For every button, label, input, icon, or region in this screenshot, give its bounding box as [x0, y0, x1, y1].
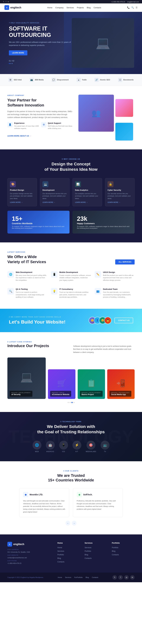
pdot-2[interactable] — [70, 402, 71, 403]
analytics-learn-link[interactable]: LEARN MORE → — [75, 202, 100, 203]
pdot-1[interactable] — [68, 402, 69, 403]
footer-bottom-contacts[interactable]: Contacts — [92, 576, 98, 578]
tech-kit: ⚡ KIT — [72, 441, 81, 452]
countries-number: 15+ Countries Worldwide — [12, 215, 65, 226]
footer-services-link-1[interactable]: Services — [85, 546, 91, 549]
product-design-desc: Our product design service lets you prot… — [10, 192, 34, 200]
countries-label: Countries Worldwide — [12, 222, 65, 225]
footer-services-link-3[interactable]: Blog — [85, 554, 88, 556]
search-icon[interactable]: 🔍 — [131, 6, 134, 9]
partner-ibm: 📺 IBM Media — [30, 78, 44, 82]
footer-col-services: Services Services Portfolio Blog Contact… — [85, 542, 107, 565]
hero-cta-button[interactable]: LEARN MORE — [9, 50, 27, 56]
logo[interactable]: e engitech — [4, 5, 21, 10]
laptop-icon-decoration: 💻 — [20, 371, 33, 383]
hero-dot-1[interactable] — [9, 63, 10, 64]
footer-link-services[interactable]: Services — [57, 550, 64, 552]
clients-navigation[interactable]: ← → — [7, 521, 135, 526]
basics-project-name: Basics Project — [82, 394, 101, 396]
nav-services[interactable]: Services — [67, 6, 74, 9]
project-ecommerce[interactable]: 🛒 DESIGN / IDEAS eCommerce Website — [48, 369, 75, 399]
linkedin-icon[interactable]: in — [8, 1, 9, 3]
projects-tag: 3 LATEST CASE STORIES — [7, 341, 69, 343]
footer-bottom-blog[interactable]: Blog — [86, 576, 89, 578]
footer-portfolio-link-1[interactable]: Portfolio — [112, 546, 118, 549]
nav-blog[interactable]: Blog — [87, 6, 91, 9]
nav-projects[interactable]: Projects — [77, 6, 84, 9]
footer-twitter-btn[interactable]: 𝕏 — [112, 575, 117, 580]
tech-webxalabs-icon: 🎯 — [87, 441, 95, 450]
it-service-qa: 🔍 QA & Testing Turn to our experts to pe… — [7, 286, 47, 300]
uiux-desc: Build the product you want to drive with… — [103, 274, 135, 282]
clients-testimonials-grid: ◆ Moonkle LTD. Very well thought out and… — [19, 488, 123, 517]
partner-name-dis: Disqcomment — [57, 79, 69, 81]
person-avatar-4: 👨 — [105, 317, 111, 324]
footer-services-link-2[interactable]: Portfolio — [85, 550, 91, 552]
hero-dot-3[interactable] — [12, 63, 13, 64]
hero-dot-2[interactable] — [10, 63, 11, 64]
footer-link-portfolio[interactable]: Portfolio — [57, 554, 64, 556]
partner-yodle: ▲ Yodle — [77, 78, 87, 82]
learn-more-link[interactable]: LEARN MORE ABOUT US → — [7, 135, 72, 137]
countries-value: 15+ — [12, 215, 65, 222]
person-4: 👨 — [104, 317, 112, 324]
web-dev-icon: 🌐 — [7, 271, 14, 278]
experience-icon: 👤 — [7, 122, 13, 127]
hero-dots[interactable] — [9, 63, 75, 64]
project-pagination[interactable] — [7, 402, 135, 403]
footer-bottom-home[interactable]: Home — [58, 576, 62, 578]
basics-project-category: DESIGN / DEVELOPMENT — [82, 392, 101, 394]
footer-instagram-btn[interactable]: ◎ — [124, 575, 129, 580]
project-security[interactable]: 💻 DESIGN / DEVELOPMENT of Security — [7, 358, 46, 399]
footer-bottom-services[interactable]: Services — [65, 576, 71, 578]
hero-counter: 01 / 02 — [9, 60, 75, 62]
stat-customers: 23k Happy Customers To support 150+ soft… — [72, 211, 135, 234]
phone-number: +1-800-456-478-23 — [111, 1, 125, 3]
clients-prev-button[interactable]: ← — [66, 521, 70, 526]
footer-portfolio-link-3[interactable]: Contacts — [112, 554, 119, 556]
footer-bottom-portfolio[interactable]: ForPortfolio — [74, 576, 83, 578]
security-project-name: of Security — [11, 394, 31, 396]
logo-text: engitech — [10, 6, 21, 9]
project-basics[interactable]: 📋 DESIGN / DEVELOPMENT Basics Project — [78, 369, 105, 399]
partner-name-yodle: Yodle — [82, 79, 87, 81]
partner-name-boost: Boostwords — [123, 79, 134, 81]
pdot-3[interactable] — [71, 402, 73, 403]
menu-icon[interactable]: ☰ — [136, 6, 138, 9]
product-design-learn-link[interactable]: LEARN MORE → — [10, 202, 34, 203]
phone-icon[interactable]: 📞 — [127, 6, 130, 9]
basics-project-image: 📋 DESIGN / DEVELOPMENT Basics Project — [78, 369, 105, 399]
footer-portfolio-link-2[interactable]: Blog — [112, 550, 115, 552]
social-links[interactable]: 𝕏 f in — [3, 1, 9, 3]
footer-services-link-4[interactable]: Contacts — [85, 557, 92, 559]
project-social[interactable]: 📲 DESIGN / TECHNOLOGY Social Media App — [107, 369, 135, 399]
footer-social-links[interactable]: 𝕏 f ◎ in — [112, 575, 135, 580]
footer-link-contacts[interactable]: Contacts — [57, 561, 64, 563]
experience-desc: Our great team of more than 1400 softwar… — [14, 125, 39, 130]
nav-company[interactable]: Company — [55, 6, 64, 9]
footer-facebook-btn[interactable]: f — [118, 575, 123, 580]
it-services-header-left: LATEST SERVICES We Offer a WideVariety o… — [7, 251, 46, 264]
contact-us-button[interactable]: CONTACT US — [115, 318, 133, 323]
clients-next-button[interactable]: → — [72, 521, 76, 526]
mobile-dev-title: Mobile Development — [59, 271, 91, 273]
partner-boost: ⬡ Boostwords — [118, 78, 134, 82]
projects-title: Introduce Our Projects — [7, 344, 69, 348]
pdot-4[interactable] — [73, 402, 75, 403]
footer-bottom: Copyright © 2021 Engitech by Angelia Wor… — [0, 572, 142, 582]
nav-home[interactable]: Home — [47, 6, 52, 9]
cyber-title: Cyber Security — [108, 189, 132, 191]
support-title: Quick Support — [48, 122, 73, 124]
development-learn-link[interactable]: LEARN MORE → — [42, 202, 67, 203]
twitter-icon[interactable]: 𝕏 — [3, 1, 4, 3]
service-card-product-design: 🎨 Product Design Our product design serv… — [7, 178, 37, 206]
nav-contacts[interactable]: Contacts — [94, 6, 101, 9]
footer-linkedin-btn[interactable]: in — [130, 575, 135, 580]
footer-link-blog[interactable]: Blog — [57, 557, 61, 559]
it-services-title: We Offer a WideVariety of IT Services — [7, 254, 46, 264]
facebook-icon[interactable]: f — [6, 1, 6, 3]
all-services-button[interactable]: ALL SERVICES — [115, 260, 135, 264]
cyber-learn-link[interactable]: LEARN MORE → — [108, 202, 132, 203]
footer-link-home[interactable]: Home — [57, 546, 62, 549]
security-project-image: 💻 DESIGN / DEVELOPMENT of Security — [7, 358, 46, 399]
